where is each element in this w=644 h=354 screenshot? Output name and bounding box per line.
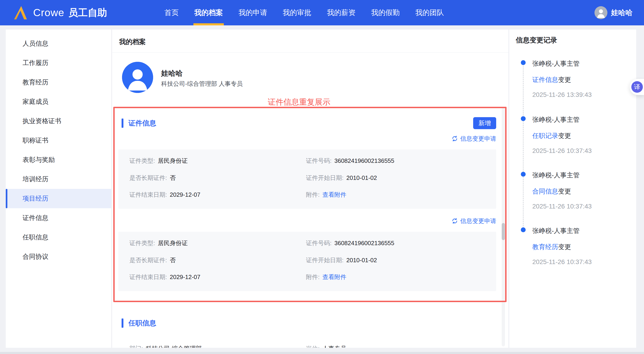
certificate-card-group: 信息变更申请证件类型:居民身份证证件号码:360824196002136555是… [118, 217, 496, 291]
field: 证件开始日期:2010-01-02 [306, 256, 482, 264]
add-button[interactable]: 新增 [473, 117, 496, 129]
timeline-dot [521, 60, 526, 65]
change-history-title: 信息变更记录 [516, 36, 557, 45]
field-value: 2029-12-07 [170, 191, 200, 198]
attachment-link[interactable]: 查看附件 [322, 273, 346, 281]
header-divider [112, 52, 508, 53]
record-category-link[interactable]: 任职记录 [532, 132, 558, 139]
field: 证件结束日期:2029-12-07 [130, 191, 306, 199]
change-request-link[interactable]: 信息变更申请 [118, 134, 496, 143]
record-change: 证件信息变更 [532, 75, 634, 84]
refresh-icon [452, 218, 458, 224]
field: 证件类型:居民身份证 [130, 157, 306, 165]
nav-username: 娃哈哈 [611, 8, 632, 18]
section-title-bar [122, 318, 124, 328]
position-info-section: 任职信息 部门:科技公司-综合管理部岗位:人事专员 [118, 317, 496, 348]
nav-item[interactable]: 我的团队 [408, 0, 452, 25]
profile-org-title: 科技公司-综合管理部 人事专员 [161, 80, 243, 88]
sidebar-item[interactable]: 证件信息 [6, 208, 111, 228]
field-label: 证件开始日期: [306, 256, 344, 264]
record-category-link[interactable]: 证件信息 [532, 76, 558, 83]
translate-icon[interactable]: 译 [631, 81, 643, 93]
change-record: 张峥税-人事主管任职记录变更2025-11-26 10:37:43 [532, 115, 634, 154]
field-label: 是否长期证件: [130, 256, 167, 264]
timeline-dot [521, 227, 526, 232]
field-row: 部门:科技公司-综合管理部岗位:人事专员 [118, 344, 496, 348]
profile-avatar [122, 62, 153, 93]
sidebar-item[interactable]: 执业资格证书 [6, 111, 111, 131]
left-sidebar: 人员信息工作履历教育经历家庭成员执业资格证书职称证书表彰与奖励培训经历项目经历证… [6, 30, 111, 348]
field-label: 部门: [130, 344, 143, 348]
sidebar-item[interactable]: 工作履历 [6, 53, 111, 73]
field-row: 证件结束日期:2029-12-07附件:查看附件 [130, 191, 487, 199]
certificate-section-title: 证件信息 [128, 118, 156, 128]
field-label: 证件类型: [130, 157, 155, 165]
sidebar-item[interactable]: 教育经历 [6, 73, 111, 92]
nav-item[interactable]: 我的申请 [231, 0, 275, 25]
timeline-dot [521, 172, 526, 177]
record-change: 合同信息变更 [532, 187, 634, 196]
field-value: 科技公司-综合管理部 [146, 344, 202, 348]
sidebar-item[interactable]: 职称证书 [6, 131, 111, 150]
change-record: 张峥税-人事主管教育经历变更2025-11-26 10:37:43 [532, 227, 634, 266]
field-label: 证件号码: [306, 239, 332, 247]
record-category-link[interactable]: 合同信息 [532, 188, 558, 195]
sidebar-item[interactable]: 表彰与奖励 [6, 150, 111, 169]
change-history-panel: 信息变更记录 张峥税-人事主管证件信息变更2025-11-26 13:39:43… [509, 30, 636, 348]
record-timestamp: 2025-11-26 13:39:43 [532, 91, 634, 98]
record-timestamp: 2025-11-26 10:37:43 [532, 203, 634, 210]
horizontal-scrollbar[interactable] [0, 352, 644, 354]
field-value: 否 [170, 174, 176, 182]
page-title: 我的档案 [119, 37, 146, 47]
certificate-card: 证件类型:居民身份证证件号码:360824196002136555是否长期证件:… [118, 232, 496, 291]
field-value: 2010-01-02 [346, 257, 377, 264]
record-suffix: 变更 [558, 188, 571, 195]
field: 是否长期证件:否 [130, 174, 306, 182]
field: 证件号码:360824196002136555 [306, 157, 482, 165]
sidebar-item[interactable]: 任职信息 [6, 228, 111, 247]
sidebar-menu: 人员信息工作履历教育经历家庭成员执业资格证书职称证书表彰与奖励培训经历项目经历证… [6, 30, 111, 266]
field: 证件号码:360824196002136555 [306, 239, 482, 247]
nav-item[interactable]: 我的薪资 [319, 0, 363, 25]
position-section-title: 任职信息 [128, 318, 156, 328]
field-value: 360824196002136555 [334, 157, 394, 164]
field-label: 证件开始日期: [306, 174, 344, 182]
sidebar-item[interactable]: 培训经历 [6, 169, 111, 189]
sidebar-item[interactable]: 合同协议 [6, 247, 111, 266]
field: 岗位:人事专员 [306, 344, 482, 348]
field-label: 证件结束日期: [130, 273, 167, 281]
position-section-header: 任职信息 [118, 317, 496, 329]
field-row: 证件类型:居民身份证证件号码:360824196002136555 [130, 239, 487, 247]
vertical-scrollbar-thumb[interactable] [502, 223, 505, 240]
certificate-card: 证件类型:居民身份证证件号码:360824196002136555是否长期证件:… [118, 149, 496, 209]
record-suffix: 变更 [558, 76, 571, 83]
sidebar-item[interactable]: 项目经历 [6, 189, 111, 208]
nav-item[interactable]: 我的审批 [275, 0, 319, 25]
timeline-line [523, 64, 524, 228]
change-record: 张峥税-人事主管证件信息变更2025-11-26 13:39:43 [532, 59, 634, 98]
record-category-link[interactable]: 教育经历 [532, 243, 558, 250]
profile-name: 娃哈哈 [161, 69, 182, 78]
nav-item[interactable]: 首页 [156, 0, 186, 25]
change-request-link[interactable]: 信息变更申请 [118, 217, 496, 225]
field-label: 附件: [306, 273, 320, 281]
field-label: 证件类型: [130, 239, 155, 247]
refresh-icon [452, 135, 458, 142]
sidebar-item[interactable]: 家庭成员 [6, 92, 111, 111]
crowe-logo-icon [13, 5, 28, 20]
change-request-label: 信息变更申请 [460, 217, 496, 225]
record-timestamp: 2025-11-26 10:37:43 [532, 258, 634, 266]
record-change: 任职记录变更 [532, 131, 634, 140]
nav-user-chip[interactable]: 娃哈哈 [594, 6, 632, 19]
record-change: 教育经历变更 [532, 243, 634, 251]
nav-item[interactable]: 我的档案 [186, 0, 231, 25]
nav-item[interactable]: 我的假勤 [363, 0, 408, 25]
field-value: 人事专员 [322, 344, 346, 348]
top-nav-bar: Crowe 员工自助 首页我的档案我的申请我的审批我的薪资我的假勤我的团队 娃哈… [0, 0, 644, 25]
timeline-dot [521, 116, 526, 121]
translate-widget[interactable]: 译 [630, 79, 644, 95]
attachment-link[interactable]: 查看附件 [322, 191, 346, 199]
annotation-text: 证件信息重复展示 [268, 97, 330, 107]
field-label: 岗位: [306, 344, 320, 348]
sidebar-item[interactable]: 人员信息 [6, 34, 111, 53]
